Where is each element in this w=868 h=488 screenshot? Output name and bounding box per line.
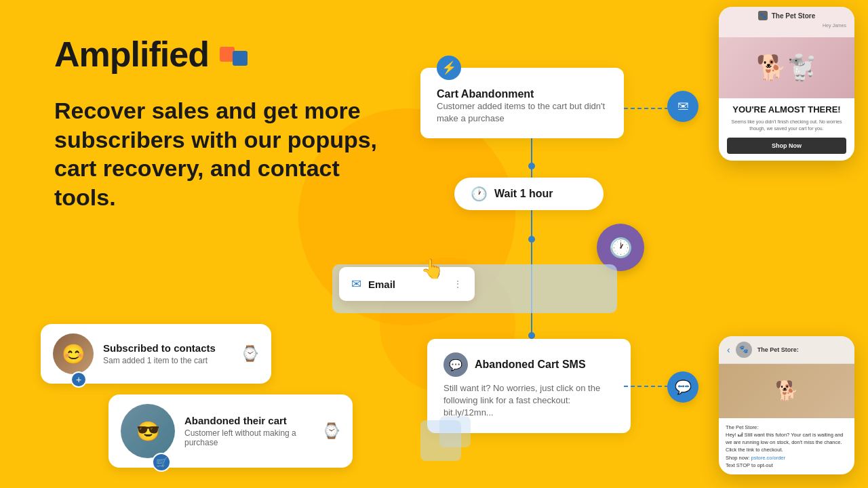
cart-card-desc: Customer added items to the cart but did…: [437, 100, 608, 125]
subscribed-card: 😊 Subscribed to contacts Sam added 1 ite…: [41, 324, 271, 384]
subscribed-title: Subscribed to contacts: [103, 342, 216, 354]
phone-sms-mockup: ‹ 🐾 The Pet Store: 🐕 The Pet Store: Hey!…: [719, 336, 854, 475]
lightning-icon-circle: ⚡: [437, 56, 461, 80]
wait-text: Wait 1 hour: [494, 188, 553, 200]
app-name: Amplified: [54, 34, 209, 75]
abandoned-text: Abandoned their cart Customer left witho…: [184, 415, 313, 447]
sms-card-icon: 💬: [443, 352, 468, 377]
watch-icon-1: ⌚: [241, 345, 259, 363]
avatar-face-1: 😊: [53, 333, 94, 374]
dot-3: [528, 332, 535, 339]
subscribed-subtitle: Sam added 1 item to the cart: [103, 356, 216, 365]
abandoned-card: 😎 Abandoned their cart Customer left wit…: [108, 394, 353, 468]
cart-icon-circle: 🛒: [152, 453, 171, 472]
tagline: Recover sales and get more subscribers w…: [54, 96, 393, 211]
avatar-abandoned: 😎: [121, 404, 175, 458]
wait-clock-icon: 🕐: [471, 186, 488, 202]
phone1-body: Seems like you didn't finish checking ou…: [727, 119, 846, 132]
dot-1: [528, 163, 535, 169]
dog-image: 🐕🐩: [719, 37, 854, 98]
logo-icon: [220, 47, 252, 62]
phone1-headline: YOU'RE ALMOST THERE!: [727, 105, 846, 115]
cart-abandonment-card: ⚡ Cart Abandonment Customer added items …: [420, 68, 624, 138]
cart-card-inner: ⚡ Cart Abandonment Customer added items …: [420, 68, 624, 138]
futon-image: 🐕: [719, 364, 854, 418]
phone1-greeting: Hey James: [727, 23, 846, 28]
watch-icon-2: ⌚: [322, 422, 340, 440]
sms-message: The Pet Store: Hey! 🛋 Still want this fu…: [726, 424, 848, 470]
abandoned-subtitle: Customer left without making a purchase: [184, 428, 313, 447]
wait-pill: 🕐 Wait 1 hour: [454, 178, 604, 210]
email-menu-dots[interactable]: ⋮: [453, 279, 462, 289]
email-connector-circle: ✉: [667, 91, 698, 122]
avatar-subscribed: 😊: [53, 333, 94, 374]
phone2-store-name: The Pet Store:: [757, 346, 799, 353]
phone-email-mockup: 🐾 The Pet Store Hey James 🐕🐩 YOU'RE ALMO…: [719, 7, 854, 161]
cursor-hand: 👆: [420, 258, 444, 280]
plus-icon-circle: +: [71, 371, 87, 388]
sms-header: 💬 Abandoned Cart SMS: [443, 352, 614, 377]
dot-2: [528, 236, 535, 243]
phone1-store-name: The Pet Store: [772, 12, 815, 20]
logo-blue-square: [233, 51, 248, 66]
bottom-left-cards: 😊 Subscribed to contacts Sam added 1 ite…: [41, 324, 353, 468]
wait-pill-wrapper: 🕐 Wait 1 hour: [454, 178, 604, 210]
sms-card-title: Abandoned Cart SMS: [475, 359, 586, 371]
sms-card-desc: Still want it? No worries, just click on…: [443, 382, 614, 420]
sms-body: The Pet Store: Hey! 🛋 Still want this fu…: [719, 418, 854, 475]
sms-connector-circle: 💬: [667, 371, 698, 403]
left-content: Amplified Recover sales and get more sub…: [54, 34, 393, 211]
email-card-wrapper: ✉ Email ⋮: [339, 264, 637, 315]
subscribed-text: Subscribed to contacts Sam added 1 item …: [103, 342, 216, 365]
blue-square-2: [439, 416, 471, 447]
back-arrow[interactable]: ‹: [727, 344, 730, 355]
phone1-cta[interactable]: Shop Now: [727, 138, 846, 154]
avatar-face-2: 😎: [121, 404, 175, 458]
pet-avatar: 🐾: [736, 342, 752, 358]
logo-area: Amplified: [54, 34, 393, 75]
email-label: Email: [368, 279, 395, 290]
shop-link[interactable]: pstore.co/order: [751, 455, 785, 461]
cart-card-title: Cart Abandonment: [437, 88, 608, 100]
email-icon: ✉: [351, 277, 361, 291]
main-connector-line: [531, 108, 532, 352]
abandoned-title: Abandoned their cart: [184, 415, 313, 426]
email-card[interactable]: ✉ Email ⋮: [339, 267, 475, 301]
